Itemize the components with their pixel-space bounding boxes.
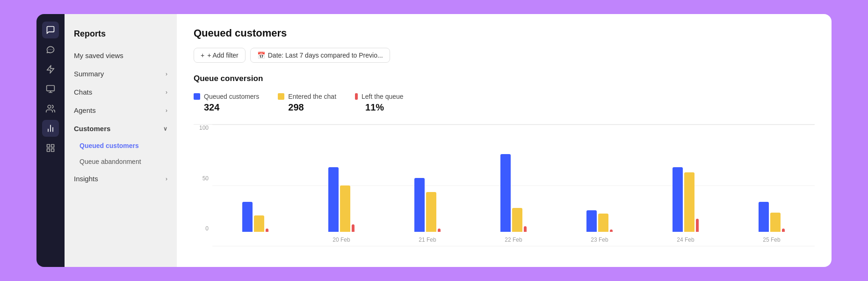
chart-group-3 bbox=[470, 154, 557, 232]
bar-yellow-6 bbox=[770, 213, 781, 232]
y-label-100: 100 bbox=[199, 125, 209, 131]
bar-yellow-1 bbox=[340, 185, 350, 232]
lightning-icon[interactable] bbox=[42, 61, 59, 78]
bar-blue-1 bbox=[328, 167, 339, 232]
chart-group-5 bbox=[643, 167, 729, 232]
chart-group-1 bbox=[298, 167, 384, 232]
chevron-right-icon: › bbox=[166, 89, 167, 96]
bar-yellow-0 bbox=[254, 215, 264, 232]
sidebar-item-chats[interactable]: Chats › bbox=[65, 83, 177, 101]
reports-section-title: Reports bbox=[65, 23, 177, 46]
y-label-50: 50 bbox=[203, 175, 209, 182]
bar-red-3 bbox=[524, 226, 527, 232]
sidebar-subitem-queued-customers[interactable]: Queued customers bbox=[65, 138, 177, 154]
bar-yellow-5 bbox=[684, 172, 694, 232]
icon-bar bbox=[36, 14, 65, 267]
legend-queued-customers: Queued customers 324 bbox=[194, 93, 259, 113]
chevron-right-icon: › bbox=[166, 176, 167, 182]
grid-line-0 bbox=[212, 246, 815, 246]
bar-red-4 bbox=[610, 229, 613, 232]
calendar-icon: 📅 bbox=[257, 52, 265, 59]
legend-dot-blue bbox=[194, 93, 200, 100]
app-shell: Reports My saved views Summary › Chats ›… bbox=[36, 14, 832, 267]
sidebar-item-insights[interactable]: Insights › bbox=[65, 170, 177, 188]
bar-red-2 bbox=[438, 229, 441, 232]
bar-blue-4 bbox=[586, 210, 597, 232]
bar-yellow-3 bbox=[512, 208, 522, 232]
chart-group-6 bbox=[729, 202, 815, 232]
x-label-0 bbox=[212, 235, 298, 246]
chart-group-0 bbox=[212, 202, 298, 232]
bar-blue-0 bbox=[242, 202, 253, 232]
svg-point-4 bbox=[48, 105, 51, 109]
x-label-3: 22 Feb bbox=[470, 235, 557, 246]
legend-dot-red bbox=[355, 93, 358, 100]
bar-blue-5 bbox=[673, 167, 683, 232]
legend-entered-chat: Entered the chat 298 bbox=[278, 93, 336, 113]
bar-blue-3 bbox=[500, 154, 511, 232]
bar-red-6 bbox=[782, 229, 785, 232]
sidebar-item-agents[interactable]: Agents › bbox=[65, 101, 177, 119]
inbox-icon[interactable] bbox=[42, 81, 59, 97]
chart-legend: Queued customers 324 Entered the chat 29… bbox=[194, 93, 815, 113]
bar-yellow-2 bbox=[426, 192, 436, 232]
chevron-right-icon: › bbox=[166, 71, 167, 77]
sidebar-item-customers[interactable]: Customers ∨ bbox=[65, 119, 177, 138]
svg-rect-8 bbox=[47, 145, 50, 148]
svg-rect-1 bbox=[47, 86, 55, 91]
page-title: Queued customers bbox=[194, 27, 815, 39]
x-label-4: 23 Feb bbox=[557, 235, 643, 246]
date-filter-button[interactable]: 📅 Date: Last 7 days compared to Previo..… bbox=[250, 48, 390, 63]
chevron-right-icon: › bbox=[166, 107, 167, 114]
filter-bar: + + Add filter 📅 Date: Last 7 days compa… bbox=[194, 48, 815, 63]
sidebar-item-my-saved-views[interactable]: My saved views bbox=[65, 46, 177, 65]
y-label-0: 0 bbox=[205, 225, 209, 232]
sidebar-item-summary[interactable]: Summary › bbox=[65, 65, 177, 83]
chat-bubble-icon[interactable] bbox=[42, 22, 59, 38]
chart-container: 100 50 0 20 Feb21 Feb22 Feb23 Feb24 Feb2… bbox=[194, 124, 815, 246]
plus-icon: + bbox=[201, 52, 204, 59]
bar-blue-2 bbox=[414, 178, 425, 232]
users-icon[interactable] bbox=[42, 100, 59, 117]
bar-blue-6 bbox=[759, 202, 769, 232]
chart-section-title: Queue conversion bbox=[194, 74, 815, 83]
grid-icon[interactable] bbox=[42, 140, 59, 156]
y-axis-labels: 100 50 0 bbox=[194, 125, 212, 232]
chart-bars bbox=[212, 125, 815, 232]
x-label-6: 25 Feb bbox=[729, 235, 815, 246]
x-label-2: 21 Feb bbox=[384, 235, 470, 246]
main-content: Queued customers + + Add filter 📅 Date: … bbox=[177, 14, 832, 267]
x-axis-labels: 20 Feb21 Feb22 Feb23 Feb24 Feb25 Feb bbox=[212, 235, 815, 246]
legend-dot-yellow bbox=[278, 93, 284, 100]
sidebar-subitem-queue-abandonment[interactable]: Queue abandonment bbox=[65, 154, 177, 170]
bar-red-5 bbox=[696, 219, 699, 232]
add-filter-button[interactable]: + + Add filter bbox=[194, 48, 246, 63]
chart-group-4 bbox=[557, 210, 643, 232]
bar-red-0 bbox=[266, 229, 268, 232]
nav-sidebar: Reports My saved views Summary › Chats ›… bbox=[65, 14, 177, 267]
bar-red-1 bbox=[352, 224, 354, 232]
x-label-1: 20 Feb bbox=[298, 235, 384, 246]
chevron-down-icon: ∨ bbox=[163, 126, 167, 132]
chart-group-2 bbox=[384, 178, 470, 232]
svg-marker-0 bbox=[47, 66, 54, 74]
chat-icon[interactable] bbox=[42, 41, 59, 58]
svg-rect-9 bbox=[51, 145, 54, 148]
x-label-5: 24 Feb bbox=[643, 235, 729, 246]
bar-yellow-4 bbox=[598, 214, 608, 232]
chart-bar-icon[interactable] bbox=[42, 120, 59, 137]
svg-rect-10 bbox=[51, 149, 54, 152]
svg-rect-11 bbox=[47, 149, 50, 152]
legend-left-queue: Left the queue 11% bbox=[355, 93, 404, 113]
